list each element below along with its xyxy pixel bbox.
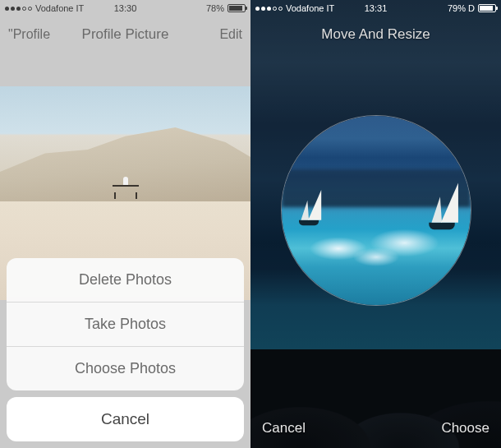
battery-percent: 78%	[206, 3, 224, 13]
left-screen: Vodafone IT 13:30 78% "Profile Profile P…	[0, 0, 250, 448]
action-take-photos[interactable]: Take Photos	[7, 302, 244, 346]
status-time: 13:31	[365, 3, 388, 13]
carrier-label: Vodafone IT	[35, 3, 84, 13]
nav-bar: "Profile Profile Picture Edit	[0, 16, 250, 53]
crop-choose-button[interactable]: Choose	[441, 420, 490, 436]
page-title: Profile Picture	[82, 26, 169, 43]
action-choose-photos[interactable]: Choose Photos	[7, 346, 244, 390]
action-delete-photos[interactable]: Delete Photos	[7, 258, 244, 302]
right-screen: Vodafone IT 13:31 79% D Move And Resize …	[250, 0, 501, 448]
action-cancel[interactable]: Cancel	[7, 397, 244, 441]
crop-bottom-bar: Cancel Choose	[250, 409, 501, 448]
edit-button[interactable]: Edit	[219, 27, 242, 42]
back-button[interactable]: "Profile	[8, 27, 50, 42]
battery-icon	[228, 4, 246, 12]
carrier-label: Vodafone IT	[286, 3, 334, 13]
battery-icon	[478, 4, 496, 12]
status-bar-left: Vodafone IT 13:30 78%	[0, 0, 250, 16]
crop-circle-preview[interactable]	[282, 116, 471, 305]
battery-percent: 79% D	[448, 3, 475, 13]
action-sheet: Delete Photos Take Photos Choose Photos …	[7, 258, 244, 441]
status-time: 13:30	[114, 3, 137, 13]
crop-title: Move And Resize	[321, 26, 430, 43]
crop-cancel-button[interactable]: Cancel	[262, 420, 306, 436]
signal-icon	[255, 7, 283, 11]
status-bar-right: Vodafone IT 13:31 79% D	[250, 0, 501, 16]
signal-icon	[5, 7, 32, 11]
